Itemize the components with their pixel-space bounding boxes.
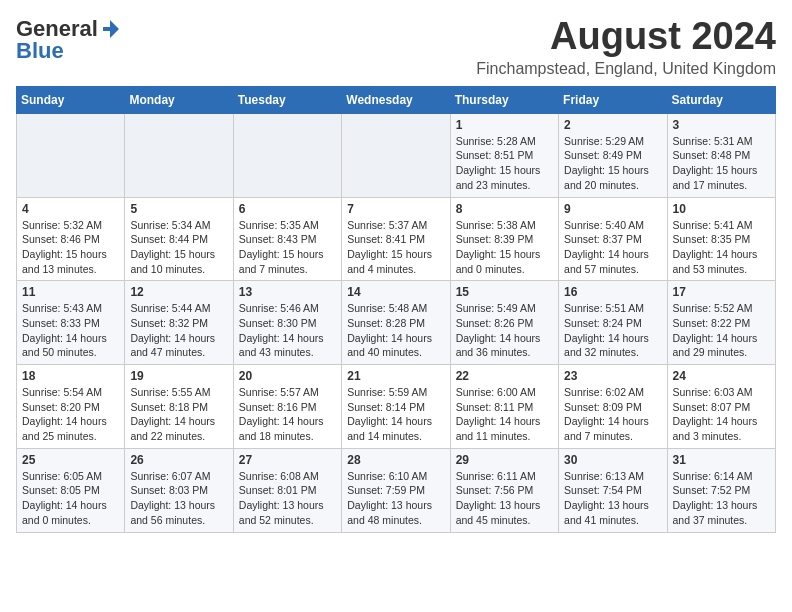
day-number: 24 <box>673 369 770 383</box>
day-info: Sunrise: 5:43 AM Sunset: 8:33 PM Dayligh… <box>22 301 119 360</box>
day-info: Sunrise: 5:34 AM Sunset: 8:44 PM Dayligh… <box>130 218 227 277</box>
calendar-cell: 30Sunrise: 6:13 AM Sunset: 7:54 PM Dayli… <box>559 448 667 532</box>
calendar-cell: 15Sunrise: 5:49 AM Sunset: 8:26 PM Dayli… <box>450 281 558 365</box>
calendar-day-header: Saturday <box>667 86 775 113</box>
day-number: 29 <box>456 453 553 467</box>
calendar-cell: 2Sunrise: 5:29 AM Sunset: 8:49 PM Daylig… <box>559 113 667 197</box>
calendar-cell: 14Sunrise: 5:48 AM Sunset: 8:28 PM Dayli… <box>342 281 450 365</box>
calendar-cell <box>17 113 125 197</box>
day-number: 10 <box>673 202 770 216</box>
calendar-week-row: 18Sunrise: 5:54 AM Sunset: 8:20 PM Dayli… <box>17 365 776 449</box>
page-title: August 2024 <box>476 16 776 58</box>
calendar-cell: 11Sunrise: 5:43 AM Sunset: 8:33 PM Dayli… <box>17 281 125 365</box>
calendar-cell: 19Sunrise: 5:55 AM Sunset: 8:18 PM Dayli… <box>125 365 233 449</box>
day-info: Sunrise: 6:03 AM Sunset: 8:07 PM Dayligh… <box>673 385 770 444</box>
day-info: Sunrise: 6:11 AM Sunset: 7:56 PM Dayligh… <box>456 469 553 528</box>
svg-marker-0 <box>103 20 119 38</box>
calendar-cell: 1Sunrise: 5:28 AM Sunset: 8:51 PM Daylig… <box>450 113 558 197</box>
day-number: 13 <box>239 285 336 299</box>
day-number: 16 <box>564 285 661 299</box>
logo-icon <box>99 18 121 40</box>
day-info: Sunrise: 5:54 AM Sunset: 8:20 PM Dayligh… <box>22 385 119 444</box>
day-number: 4 <box>22 202 119 216</box>
calendar-cell: 28Sunrise: 6:10 AM Sunset: 7:59 PM Dayli… <box>342 448 450 532</box>
day-info: Sunrise: 5:57 AM Sunset: 8:16 PM Dayligh… <box>239 385 336 444</box>
calendar-cell: 10Sunrise: 5:41 AM Sunset: 8:35 PM Dayli… <box>667 197 775 281</box>
day-number: 7 <box>347 202 444 216</box>
day-info: Sunrise: 5:40 AM Sunset: 8:37 PM Dayligh… <box>564 218 661 277</box>
day-info: Sunrise: 6:08 AM Sunset: 8:01 PM Dayligh… <box>239 469 336 528</box>
day-number: 17 <box>673 285 770 299</box>
day-info: Sunrise: 5:49 AM Sunset: 8:26 PM Dayligh… <box>456 301 553 360</box>
calendar-cell: 27Sunrise: 6:08 AM Sunset: 8:01 PM Dayli… <box>233 448 341 532</box>
page-subtitle: Finchampstead, England, United Kingdom <box>476 60 776 78</box>
calendar-cell <box>342 113 450 197</box>
page-header: General Blue August 2024 Finchampstead, … <box>16 16 776 78</box>
day-info: Sunrise: 5:55 AM Sunset: 8:18 PM Dayligh… <box>130 385 227 444</box>
calendar-cell: 26Sunrise: 6:07 AM Sunset: 8:03 PM Dayli… <box>125 448 233 532</box>
day-number: 18 <box>22 369 119 383</box>
calendar-cell: 7Sunrise: 5:37 AM Sunset: 8:41 PM Daylig… <box>342 197 450 281</box>
day-info: Sunrise: 5:48 AM Sunset: 8:28 PM Dayligh… <box>347 301 444 360</box>
calendar-cell: 3Sunrise: 5:31 AM Sunset: 8:48 PM Daylig… <box>667 113 775 197</box>
day-number: 19 <box>130 369 227 383</box>
day-number: 27 <box>239 453 336 467</box>
day-info: Sunrise: 6:14 AM Sunset: 7:52 PM Dayligh… <box>673 469 770 528</box>
day-number: 25 <box>22 453 119 467</box>
calendar-cell: 18Sunrise: 5:54 AM Sunset: 8:20 PM Dayli… <box>17 365 125 449</box>
calendar-header-row: SundayMondayTuesdayWednesdayThursdayFrid… <box>17 86 776 113</box>
day-number: 15 <box>456 285 553 299</box>
calendar-table: SundayMondayTuesdayWednesdayThursdayFrid… <box>16 86 776 533</box>
day-info: Sunrise: 5:51 AM Sunset: 8:24 PM Dayligh… <box>564 301 661 360</box>
logo: General Blue <box>16 16 122 64</box>
calendar-cell <box>125 113 233 197</box>
calendar-cell: 8Sunrise: 5:38 AM Sunset: 8:39 PM Daylig… <box>450 197 558 281</box>
day-number: 1 <box>456 118 553 132</box>
calendar-cell: 17Sunrise: 5:52 AM Sunset: 8:22 PM Dayli… <box>667 281 775 365</box>
day-info: Sunrise: 5:44 AM Sunset: 8:32 PM Dayligh… <box>130 301 227 360</box>
day-info: Sunrise: 5:38 AM Sunset: 8:39 PM Dayligh… <box>456 218 553 277</box>
day-number: 9 <box>564 202 661 216</box>
calendar-cell: 16Sunrise: 5:51 AM Sunset: 8:24 PM Dayli… <box>559 281 667 365</box>
day-number: 21 <box>347 369 444 383</box>
day-number: 28 <box>347 453 444 467</box>
day-number: 14 <box>347 285 444 299</box>
day-info: Sunrise: 5:46 AM Sunset: 8:30 PM Dayligh… <box>239 301 336 360</box>
day-info: Sunrise: 6:02 AM Sunset: 8:09 PM Dayligh… <box>564 385 661 444</box>
day-number: 20 <box>239 369 336 383</box>
calendar-cell: 12Sunrise: 5:44 AM Sunset: 8:32 PM Dayli… <box>125 281 233 365</box>
calendar-cell: 4Sunrise: 5:32 AM Sunset: 8:46 PM Daylig… <box>17 197 125 281</box>
day-number: 12 <box>130 285 227 299</box>
calendar-week-row: 11Sunrise: 5:43 AM Sunset: 8:33 PM Dayli… <box>17 281 776 365</box>
calendar-day-header: Thursday <box>450 86 558 113</box>
day-info: Sunrise: 6:07 AM Sunset: 8:03 PM Dayligh… <box>130 469 227 528</box>
day-number: 8 <box>456 202 553 216</box>
day-number: 23 <box>564 369 661 383</box>
day-number: 11 <box>22 285 119 299</box>
calendar-cell: 29Sunrise: 6:11 AM Sunset: 7:56 PM Dayli… <box>450 448 558 532</box>
day-info: Sunrise: 5:35 AM Sunset: 8:43 PM Dayligh… <box>239 218 336 277</box>
calendar-week-row: 4Sunrise: 5:32 AM Sunset: 8:46 PM Daylig… <box>17 197 776 281</box>
calendar-day-header: Tuesday <box>233 86 341 113</box>
day-info: Sunrise: 5:41 AM Sunset: 8:35 PM Dayligh… <box>673 218 770 277</box>
day-info: Sunrise: 5:52 AM Sunset: 8:22 PM Dayligh… <box>673 301 770 360</box>
day-info: Sunrise: 5:32 AM Sunset: 8:46 PM Dayligh… <box>22 218 119 277</box>
day-number: 5 <box>130 202 227 216</box>
calendar-week-row: 1Sunrise: 5:28 AM Sunset: 8:51 PM Daylig… <box>17 113 776 197</box>
day-info: Sunrise: 6:10 AM Sunset: 7:59 PM Dayligh… <box>347 469 444 528</box>
day-number: 3 <box>673 118 770 132</box>
day-number: 22 <box>456 369 553 383</box>
day-number: 26 <box>130 453 227 467</box>
calendar-cell: 25Sunrise: 6:05 AM Sunset: 8:05 PM Dayli… <box>17 448 125 532</box>
calendar-cell: 21Sunrise: 5:59 AM Sunset: 8:14 PM Dayli… <box>342 365 450 449</box>
day-number: 31 <box>673 453 770 467</box>
calendar-cell: 13Sunrise: 5:46 AM Sunset: 8:30 PM Dayli… <box>233 281 341 365</box>
calendar-cell: 23Sunrise: 6:02 AM Sunset: 8:09 PM Dayli… <box>559 365 667 449</box>
calendar-cell: 24Sunrise: 6:03 AM Sunset: 8:07 PM Dayli… <box>667 365 775 449</box>
calendar-cell: 22Sunrise: 6:00 AM Sunset: 8:11 PM Dayli… <box>450 365 558 449</box>
day-info: Sunrise: 6:00 AM Sunset: 8:11 PM Dayligh… <box>456 385 553 444</box>
day-number: 30 <box>564 453 661 467</box>
calendar-day-header: Monday <box>125 86 233 113</box>
calendar-week-row: 25Sunrise: 6:05 AM Sunset: 8:05 PM Dayli… <box>17 448 776 532</box>
calendar-cell: 20Sunrise: 5:57 AM Sunset: 8:16 PM Dayli… <box>233 365 341 449</box>
